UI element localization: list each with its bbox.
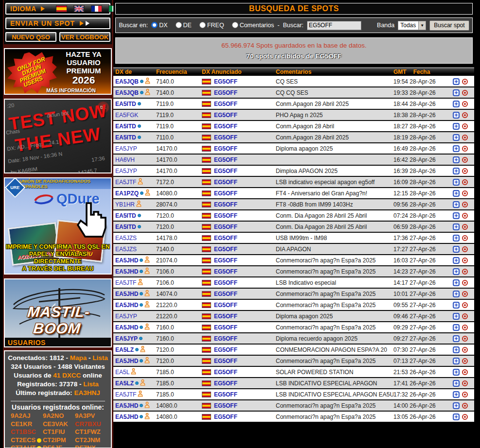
radio-option-freq[interactable]: FREQ — [199, 22, 224, 29]
add-spot-icon[interactable]: + — [453, 89, 460, 96]
spotted-callsign-link[interactable]: EG5OFF — [214, 190, 237, 197]
target-tune-icon[interactable] — [462, 202, 468, 207]
operator-person-icon[interactable] — [138, 390, 143, 397]
add-spot-icon[interactable]: + — [453, 123, 460, 130]
spotted-callsign-link[interactable]: EG5OFF — [214, 324, 237, 331]
dx-callsign-link[interactable]: EA5JQB — [115, 78, 139, 85]
target-tune-icon[interactable] — [462, 325, 468, 330]
qdure-banner[interactable]: UNIÓN DE RADIOAFICIONADOS ESPAÑOLES URE … — [4, 177, 112, 275]
radio-unselected-icon[interactable] — [199, 22, 206, 28]
operator-info-icon[interactable] — [138, 178, 143, 186]
spotted-callsign-link[interactable]: EG5OFF — [214, 112, 237, 119]
spotted-callsign-link[interactable]: EG5OFF — [214, 123, 237, 130]
add-spot-icon[interactable]: + — [453, 156, 460, 163]
target-tune-icon[interactable] — [462, 213, 468, 219]
spotted-callsign-link[interactable]: EG5OFF — [214, 268, 237, 275]
target-tune-icon[interactable] — [462, 336, 468, 342]
operator-info-icon[interactable] — [140, 379, 145, 387]
spotted-callsign-link[interactable]: EG5OFF — [214, 201, 237, 208]
uk-flag-icon[interactable] — [73, 5, 85, 12]
dx-callsign-link[interactable]: EA5JTF — [115, 391, 136, 398]
mastilboom-banner[interactable]: MASTIL-BOOM USUARIOS — [4, 278, 112, 347]
dx-callsign-link[interactable]: EA5L — [115, 369, 129, 376]
dx-callsign-link[interactable]: EA5JTF — [115, 279, 136, 286]
add-spot-icon[interactable]: + — [453, 112, 460, 119]
operator-info-icon[interactable] — [144, 301, 150, 309]
operator-person-icon[interactable] — [144, 301, 150, 308]
target-tune-icon[interactable] — [462, 224, 468, 230]
spotted-callsign-link[interactable]: EG5OFF — [214, 279, 237, 286]
online-user-link[interactable]: 9A3PV — [75, 412, 107, 420]
dx-callsign-link[interactable]: EA5JHD — [115, 358, 138, 364]
spotted-callsign-link[interactable]: EG5OFF — [214, 145, 237, 152]
dx-callsign-link[interactable]: EA5JQB — [115, 89, 139, 96]
dx-callsign-link[interactable]: EA1PZQ — [115, 190, 139, 197]
add-spot-icon[interactable]: + — [453, 201, 460, 208]
operator-person-icon[interactable] — [138, 178, 143, 185]
add-spot-icon[interactable]: + — [453, 101, 460, 107]
operator-person-icon[interactable] — [145, 189, 150, 196]
operator-person-icon[interactable] — [144, 290, 150, 296]
radio-unselected-icon[interactable] — [232, 22, 238, 28]
online-user-link[interactable]: DF6JF — [43, 444, 75, 448]
buscar-spot-button[interactable]: Buscar spot — [429, 20, 469, 31]
operator-person-icon[interactable] — [145, 77, 150, 84]
send-spot-button[interactable]: ENVIAR UN SPOT — [5, 17, 110, 29]
add-spot-icon[interactable]: + — [453, 224, 460, 230]
target-tune-icon[interactable] — [462, 190, 468, 196]
online-user-link[interactable]: DF7NX — [75, 444, 107, 448]
add-spot-icon[interactable]: + — [453, 268, 460, 275]
dx-callsign-link[interactable]: EA5ITD — [115, 224, 136, 230]
dx-callsign-link[interactable]: EA5JYP — [115, 313, 137, 320]
add-spot-icon[interactable]: + — [453, 302, 460, 309]
add-spot-icon[interactable]: + — [453, 291, 460, 297]
dx-callsign-link[interactable]: EA5JZS — [115, 246, 137, 253]
operator-person-icon[interactable] — [144, 357, 150, 363]
test-now-banner[interactable]: DX TEST NOW THE NEW :20Chatsdxfun botDX:… — [4, 99, 112, 173]
operator-info-icon[interactable] — [138, 278, 143, 287]
premium-banner[interactable]: ONLY FORDXFUNPREMIUMUSERS HAZTE YA USUAR… — [4, 48, 112, 95]
online-user-link[interactable]: CT1FIU — [43, 428, 75, 436]
target-tune-icon[interactable] — [462, 123, 468, 129]
dxcc-link[interactable]: 41 DXCC — [53, 372, 81, 379]
operator-info-icon[interactable] — [145, 189, 150, 197]
online-user-link[interactable]: 9A2NO — [43, 412, 75, 420]
online-user-link[interactable]: CT7AUT — [11, 444, 43, 448]
add-spot-icon[interactable]: + — [453, 414, 460, 420]
spotted-callsign-link[interactable]: EG5OFF — [214, 358, 237, 364]
spotted-callsign-link[interactable]: EG5OFF — [214, 78, 237, 85]
operator-person-icon[interactable] — [131, 368, 136, 375]
target-tune-icon[interactable] — [462, 157, 468, 163]
target-tune-icon[interactable] — [462, 79, 468, 85]
online-user-link[interactable]: CR7BXU — [75, 420, 107, 429]
target-tune-icon[interactable] — [462, 369, 468, 375]
add-spot-icon[interactable]: + — [453, 313, 460, 320]
add-spot-icon[interactable]: + — [453, 279, 460, 286]
add-spot-icon[interactable]: + — [453, 190, 460, 197]
operator-info-icon[interactable] — [144, 256, 150, 264]
spotted-callsign-link[interactable]: EG5OFF — [214, 302, 237, 309]
spotted-callsign-link[interactable]: EG5OFF — [214, 346, 237, 353]
operator-person-icon[interactable] — [140, 379, 145, 386]
operator-info-icon[interactable] — [136, 200, 142, 208]
add-spot-icon[interactable]: + — [453, 358, 460, 364]
target-tune-icon[interactable] — [462, 302, 468, 308]
ultimo-registrado-link[interactable]: EA3HNJ — [74, 389, 100, 396]
target-tune-icon[interactable] — [462, 392, 468, 397]
mapa-link[interactable]: Mapa — [70, 354, 87, 362]
lista-link[interactable]: Lista — [92, 354, 108, 362]
dx-callsign-link[interactable]: EA5JHD — [115, 324, 138, 331]
operator-person-icon[interactable] — [144, 267, 150, 274]
add-spot-icon[interactable]: + — [453, 391, 460, 398]
add-spot-icon[interactable]: + — [453, 346, 460, 353]
online-user-link[interactable]: CE3VAK — [43, 420, 75, 429]
spotted-callsign-link[interactable]: EG5OFF — [214, 101, 237, 107]
operator-person-icon[interactable] — [136, 200, 142, 207]
add-spot-icon[interactable]: + — [453, 369, 460, 376]
target-tune-icon[interactable] — [462, 135, 468, 140]
spotted-callsign-link[interactable]: EG5OFF — [214, 402, 237, 409]
operator-info-icon[interactable] — [144, 413, 150, 421]
online-user-link[interactable]: CT2ECS — [11, 436, 43, 445]
radio-selected-icon[interactable] — [151, 22, 158, 28]
dx-callsign-link[interactable]: EA5JHD — [115, 257, 138, 264]
